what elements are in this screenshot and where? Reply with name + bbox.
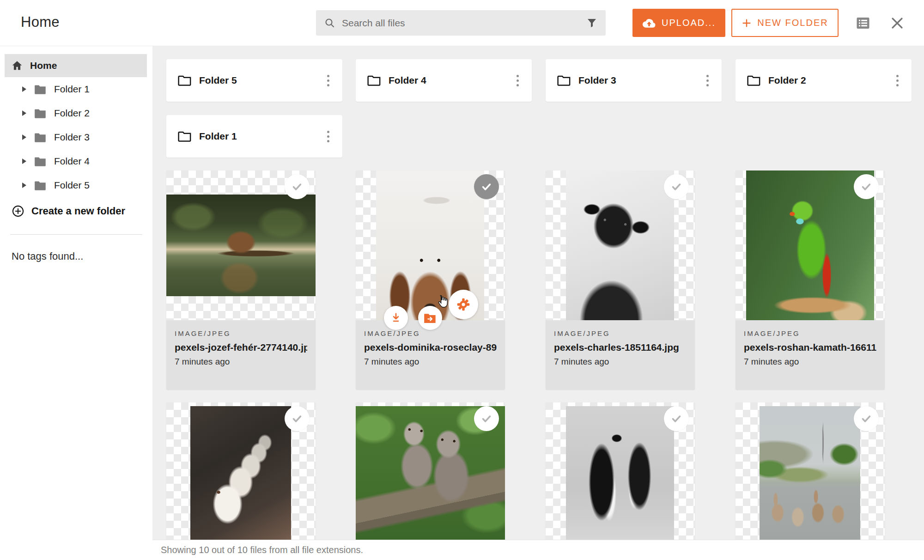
- sidebar: Home Folder 1 Folder 2 Folder 3: [0, 46, 152, 560]
- close-button[interactable]: [888, 14, 906, 32]
- sidebar-folder-label: Folder 4: [54, 156, 90, 167]
- folder-card-name: Folder 2: [768, 75, 893, 86]
- select-checkbox[interactable]: [854, 406, 879, 431]
- file-modified: 7 minutes ago: [175, 357, 307, 367]
- sidebar-folder-label: Folder 5: [54, 180, 90, 191]
- folder-icon: [34, 180, 47, 191]
- folder-card-3[interactable]: Folder 3: [546, 59, 722, 102]
- file-name: pexels-roshan-kamath-16611...: [744, 342, 876, 353]
- search-input[interactable]: [342, 18, 586, 29]
- check-icon: [290, 180, 304, 194]
- file-card[interactable]: [736, 402, 885, 560]
- sidebar-item-folder-1[interactable]: Folder 1: [0, 77, 152, 101]
- caret-right-icon[interactable]: [22, 183, 26, 188]
- media-library-window: Home UPLOAD... NEW FOLDER: [0, 0, 924, 560]
- folder-card-5[interactable]: Folder 5: [166, 59, 342, 102]
- home-icon: [11, 60, 23, 72]
- kebab-menu-button[interactable]: [513, 72, 523, 89]
- check-icon: [290, 412, 304, 426]
- file-thumbnail: [356, 402, 505, 552]
- select-checkbox[interactable]: [474, 174, 499, 199]
- file-thumbnail: [166, 402, 316, 552]
- folder-card-2[interactable]: Folder 2: [736, 59, 912, 102]
- cloud-upload-icon: [642, 18, 656, 29]
- sidebar-folder-label: Folder 2: [54, 108, 90, 119]
- folder-card-4[interactable]: Folder 4: [356, 59, 532, 102]
- caret-right-icon[interactable]: [22, 158, 26, 164]
- check-icon: [480, 412, 493, 426]
- file-meta: IMAGE/JPEG pexels-jozef-fehér-2774140.jp…: [166, 320, 316, 390]
- file-card[interactable]: [356, 402, 505, 560]
- file-card[interactable]: IMAGE/JPEG pexels-jozef-fehér-2774140.jp…: [166, 170, 316, 390]
- move-to-folder-icon: [424, 312, 437, 324]
- file-card[interactable]: IMAGE/JPEG pexels-charles-1851164.jpg 7 …: [546, 170, 695, 390]
- kebab-menu-button[interactable]: [323, 72, 333, 89]
- sidebar-item-home-label: Home: [30, 60, 57, 71]
- search-icon: [324, 18, 335, 29]
- file-photo-black-pug: [566, 170, 674, 320]
- folder-icon: [557, 74, 571, 86]
- file-card[interactable]: IMAGE/JPEG pexels-roshan-kamath-16611...…: [736, 170, 885, 390]
- folder-icon: [178, 74, 192, 86]
- status-bar: Showing 10 out of 10 files from all file…: [152, 540, 924, 560]
- create-folder-label: Create a new folder: [31, 205, 125, 217]
- file-photo-penguins: [566, 406, 674, 552]
- folder-icon: [34, 108, 47, 119]
- upload-button[interactable]: UPLOAD...: [632, 9, 725, 37]
- check-icon: [669, 180, 683, 194]
- sidebar-item-home[interactable]: Home: [5, 54, 147, 77]
- file-card-hovered[interactable]: IMAGE/JPEG pexels-dominika-roseclay-89..…: [356, 170, 505, 390]
- create-folder-button[interactable]: Create a new folder: [0, 200, 152, 222]
- select-checkbox[interactable]: [285, 174, 310, 199]
- select-checkbox[interactable]: [854, 174, 879, 199]
- caret-right-icon[interactable]: [22, 110, 26, 116]
- caret-right-icon[interactable]: [22, 86, 26, 92]
- filter-icon[interactable]: [586, 18, 597, 29]
- folder-icon: [747, 74, 761, 86]
- file-name: pexels-jozef-fehér-2774140.jpg: [175, 342, 307, 353]
- file-card[interactable]: [546, 402, 695, 560]
- sidebar-folder-label: Folder 1: [54, 84, 90, 95]
- close-icon: [889, 15, 905, 31]
- select-checkbox[interactable]: [664, 406, 689, 431]
- file-meta: IMAGE/JPEG pexels-roshan-kamath-16611...…: [736, 320, 885, 390]
- file-card[interactable]: [166, 402, 316, 560]
- folder-icon: [34, 84, 47, 95]
- check-icon: [859, 412, 873, 426]
- sidebar-item-folder-2[interactable]: Folder 2: [0, 101, 152, 125]
- kebab-menu-button[interactable]: [323, 128, 333, 145]
- select-checkbox[interactable]: [285, 406, 310, 431]
- check-icon: [480, 180, 493, 194]
- file-name: pexels-dominika-roseclay-89...: [364, 342, 497, 353]
- folder-card-1[interactable]: Folder 1: [166, 115, 342, 158]
- folder-icon: [34, 156, 47, 167]
- file-photo-seagulls-row: [190, 406, 291, 552]
- sidebar-folder-label: Folder 3: [54, 132, 90, 143]
- upload-button-label: UPLOAD...: [662, 18, 716, 28]
- plus-icon: [742, 18, 752, 28]
- check-icon: [859, 180, 873, 194]
- sidebar-item-folder-4[interactable]: Folder 4: [0, 149, 152, 173]
- sidebar-item-folder-5[interactable]: Folder 5: [0, 173, 152, 197]
- kebab-menu-button[interactable]: [893, 72, 902, 89]
- select-checkbox[interactable]: [664, 174, 689, 199]
- file-meta: IMAGE/JPEG pexels-charles-1851164.jpg 7 …: [546, 320, 695, 390]
- sidebar-item-folder-3[interactable]: Folder 3: [0, 125, 152, 149]
- file-name: pexels-charles-1851164.jpg: [554, 342, 687, 353]
- list-view-button[interactable]: [854, 14, 872, 32]
- file-thumbnail: [546, 170, 695, 320]
- folder-icon: [367, 74, 381, 86]
- settings-button[interactable]: [449, 290, 478, 319]
- file-meta: IMAGE/JPEG pexels-dominika-roseclay-89..…: [356, 320, 505, 390]
- kebab-menu-button[interactable]: [703, 72, 712, 89]
- caret-right-icon[interactable]: [22, 134, 26, 140]
- new-folder-button[interactable]: NEW FOLDER: [731, 9, 839, 37]
- download-button[interactable]: [384, 306, 408, 330]
- select-checkbox[interactable]: [474, 406, 499, 431]
- search-bar[interactable]: [316, 10, 606, 36]
- page-title: Home: [21, 14, 60, 30]
- move-to-folder-button[interactable]: [418, 306, 442, 330]
- file-modified: 7 minutes ago: [744, 357, 876, 367]
- folder-card-name: Folder 3: [578, 75, 703, 86]
- file-mime: IMAGE/JPEG: [364, 329, 497, 337]
